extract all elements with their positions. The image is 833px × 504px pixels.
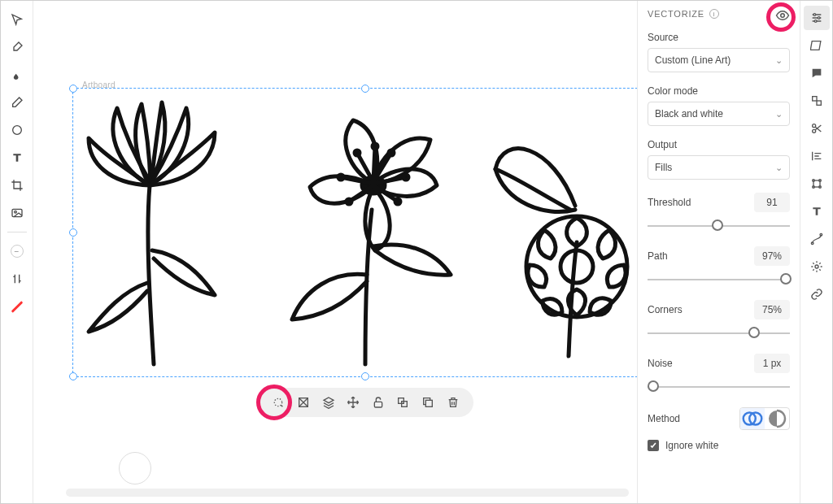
svg-point-7 xyxy=(403,175,408,180)
svg-rect-25 xyxy=(810,41,821,50)
rail-comments-icon[interactable] xyxy=(804,61,830,85)
rail-settings-icon[interactable] xyxy=(804,6,830,30)
ctx-layers-button[interactable] xyxy=(319,393,338,412)
info-icon[interactable]: i xyxy=(709,9,719,19)
threshold-slider[interactable] xyxy=(648,215,790,235)
ignore-white-checkbox[interactable]: Ignore white xyxy=(648,440,790,451)
shape-tool[interactable] xyxy=(4,118,30,142)
adjust-tool[interactable] xyxy=(4,267,30,291)
ctx-mask-button[interactable] xyxy=(294,393,313,412)
image-tool[interactable] xyxy=(4,201,30,225)
output-label: Output xyxy=(648,139,790,150)
artboard-thumb[interactable] xyxy=(119,452,151,484)
colormode-select[interactable]: Black and white⌄ xyxy=(648,102,790,126)
left-toolbar: − xyxy=(1,1,33,503)
chevron-down-icon: ⌄ xyxy=(775,55,783,66)
svg-rect-18 xyxy=(425,400,432,406)
method-abut-icon[interactable] xyxy=(765,408,789,429)
path-value[interactable]: 97% xyxy=(754,246,790,266)
ctx-vectorize-button[interactable] xyxy=(268,393,288,412)
svg-point-4 xyxy=(355,150,360,155)
fill-tool[interactable] xyxy=(4,63,30,87)
method-overlap-icon[interactable] xyxy=(740,408,765,429)
ctx-duplicate-button[interactable] xyxy=(418,393,438,412)
rail-curve-icon[interactable] xyxy=(804,227,830,251)
context-toolbar xyxy=(258,388,473,417)
svg-point-10 xyxy=(338,175,343,180)
threshold-value[interactable]: 91 xyxy=(754,193,790,212)
noise-label: Noise xyxy=(648,358,673,369)
svg-point-24 xyxy=(814,20,817,23)
checkbox-checked-icon xyxy=(648,440,659,451)
svg-point-2 xyxy=(14,211,16,213)
rail-transform-icon[interactable] xyxy=(804,172,830,196)
method-toggle[interactable] xyxy=(739,407,790,430)
path-label: Path xyxy=(648,250,668,262)
brush-tool[interactable] xyxy=(4,35,30,59)
svg-point-23 xyxy=(818,17,820,20)
svg-point-0 xyxy=(12,126,21,135)
canvas[interactable]: Artboard xyxy=(33,1,637,503)
svg-point-8 xyxy=(395,199,400,204)
line-tool[interactable] xyxy=(4,294,30,319)
ctx-group-button[interactable] xyxy=(393,393,412,412)
eraser-tool[interactable] xyxy=(4,90,30,115)
svg-point-37 xyxy=(815,265,818,268)
svg-rect-1 xyxy=(12,209,22,216)
right-icon-rail xyxy=(800,1,832,503)
svg-rect-26 xyxy=(812,97,816,101)
zoom-out-tool[interactable]: − xyxy=(4,239,30,263)
preview-eye-icon[interactable] xyxy=(775,8,790,23)
source-select[interactable]: Custom (Line Art)⌄ xyxy=(648,48,790,72)
threshold-label: Threshold xyxy=(648,197,691,208)
rail-text-icon[interactable] xyxy=(804,199,830,224)
panel-title: VECTORIZE xyxy=(648,9,704,19)
chevron-down-icon: ⌄ xyxy=(775,109,783,119)
svg-point-13 xyxy=(275,398,282,406)
corners-label: Corners xyxy=(648,304,683,315)
svg-rect-15 xyxy=(374,402,382,407)
svg-point-5 xyxy=(373,144,377,149)
svg-rect-27 xyxy=(817,101,821,105)
svg-point-6 xyxy=(389,150,394,155)
svg-point-19 xyxy=(781,14,785,18)
svg-point-9 xyxy=(347,199,351,204)
method-label: Method xyxy=(648,413,680,424)
colormode-label: Color mode xyxy=(648,85,790,97)
move-tool[interactable] xyxy=(4,7,30,32)
text-tool[interactable] xyxy=(4,146,30,170)
vectorize-panel: VECTORIZE i Source Custom (Line Art)⌄ Co… xyxy=(637,1,800,503)
output-select[interactable]: Fills⌄ xyxy=(648,155,790,180)
crop-tool[interactable] xyxy=(4,173,30,198)
noise-slider[interactable] xyxy=(648,376,790,396)
source-label: Source xyxy=(648,32,790,43)
path-slider[interactable] xyxy=(648,269,790,289)
rail-components-icon[interactable] xyxy=(804,89,830,113)
rail-scissors-icon[interactable] xyxy=(804,116,830,141)
corners-slider[interactable] xyxy=(648,323,790,342)
ctx-delete-button[interactable] xyxy=(443,393,463,412)
ctx-move-button[interactable] xyxy=(343,393,363,412)
ctx-unlock-button[interactable] xyxy=(369,393,388,412)
noise-value[interactable]: 1 px xyxy=(754,354,790,373)
rail-swatches-icon[interactable] xyxy=(804,33,830,58)
corners-value[interactable]: 75% xyxy=(754,300,790,319)
rail-gear-icon[interactable] xyxy=(804,254,830,279)
artwork-flowers xyxy=(72,88,637,377)
rail-align-icon[interactable] xyxy=(804,144,830,168)
rail-link-icon[interactable] xyxy=(804,282,830,306)
h-scrollbar[interactable] xyxy=(66,489,629,497)
svg-point-22 xyxy=(813,14,816,16)
chevron-down-icon: ⌄ xyxy=(775,163,783,173)
